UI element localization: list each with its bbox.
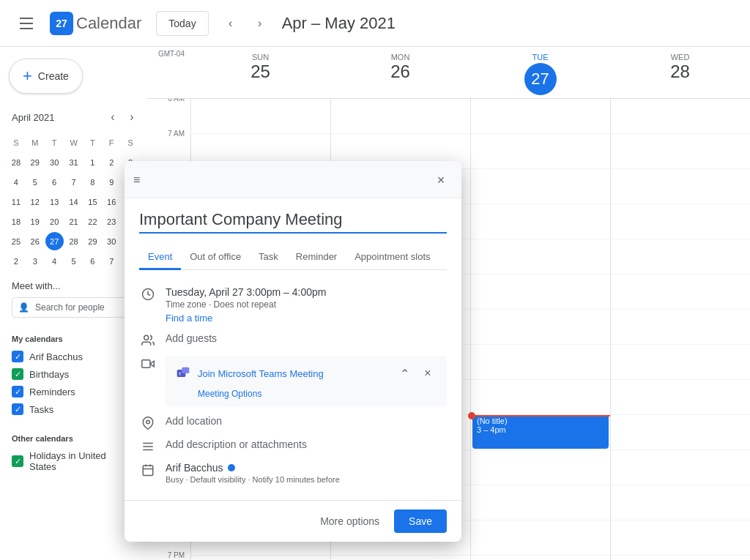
- mini-cal-day[interactable]: 3: [26, 252, 44, 270]
- mini-cal-day[interactable]: 29: [26, 153, 44, 171]
- mini-cal-day[interactable]: 28: [65, 232, 83, 250]
- day-name-mon: MON: [330, 53, 470, 61]
- mini-cal-day[interactable]: 19: [26, 212, 44, 231]
- calendar-checkbox-holidays[interactable]: ✓: [12, 455, 23, 467]
- mini-cal-day[interactable]: 14: [65, 193, 83, 211]
- mini-cal-next[interactable]: ›: [123, 108, 141, 126]
- event-title-input[interactable]: [139, 210, 447, 234]
- description-content[interactable]: Add description or attachments: [166, 438, 447, 450]
- day-header-sun[interactable]: SUN 25: [190, 47, 330, 98]
- day-num-tue: 27: [524, 63, 557, 95]
- day-header-mon[interactable]: MON 26: [330, 47, 470, 98]
- mini-cal-day[interactable]: 22: [83, 212, 101, 231]
- add-description-text[interactable]: Add description or attachments: [166, 438, 307, 450]
- mini-cal-day[interactable]: 30: [103, 232, 120, 250]
- mini-cal-day[interactable]: 20: [45, 212, 64, 231]
- teams-actions: ⌃ ×: [394, 363, 438, 384]
- mini-cal-day[interactable]: 2: [103, 153, 120, 171]
- location-row: Add location: [139, 411, 447, 434]
- save-button[interactable]: Save: [394, 509, 447, 533]
- mini-cal-day-today[interactable]: 27: [45, 232, 64, 250]
- datetime-text[interactable]: Tuesday, April 27 3:00pm – 4:00pm: [166, 286, 447, 298]
- datetime-content: Tuesday, April 27 3:00pm – 4:00pm Time z…: [166, 286, 447, 324]
- mini-cal-day[interactable]: 16: [103, 193, 120, 211]
- tab-appointment-slots[interactable]: Appointment slots: [346, 245, 439, 270]
- owner-meta: Busy · Default visibility · Notify 10 mi…: [166, 475, 447, 484]
- event-time: 3 – 4pm: [477, 425, 604, 434]
- mini-cal-day[interactable]: 23: [103, 212, 120, 231]
- tab-out-of-office[interactable]: Out of office: [181, 245, 250, 270]
- find-time-link[interactable]: Find a time: [166, 313, 212, 324]
- mini-cal-day[interactable]: 2: [7, 252, 25, 270]
- mini-cal-day[interactable]: 5: [26, 173, 44, 191]
- hamburger-menu[interactable]: [12, 9, 41, 38]
- mini-cal-day[interactable]: 11: [7, 193, 25, 211]
- mini-cal-day[interactable]: 5: [65, 252, 83, 270]
- calendar-name-tasks: Tasks: [29, 404, 53, 415]
- mini-cal-day[interactable]: 4: [45, 252, 64, 270]
- modal-body: Event Out of office Task Reminder Appoin…: [125, 198, 461, 500]
- weekday-header-w: W: [65, 133, 83, 152]
- day-header-tue[interactable]: TUE 27: [470, 47, 610, 98]
- day-name-sun: SUN: [190, 53, 330, 61]
- mini-cal-day[interactable]: 4: [7, 173, 25, 191]
- calendar-icon: [139, 463, 157, 477]
- more-options-button[interactable]: More options: [311, 509, 388, 533]
- tab-event[interactable]: Event: [139, 245, 181, 270]
- today-button[interactable]: Today: [156, 11, 208, 36]
- create-button[interactable]: + Create: [9, 59, 83, 94]
- search-people-input[interactable]: 👤 Search for people: [12, 297, 135, 318]
- join-teams-link[interactable]: Join Microsoft Teams Meeting: [198, 368, 324, 379]
- day-header-wed[interactable]: WED 28: [610, 47, 750, 98]
- mini-cal-day[interactable]: 21: [65, 212, 83, 231]
- event-block[interactable]: (No title) 3 – 4pm: [472, 415, 609, 449]
- event-type-tabs: Event Out of office Task Reminder Appoin…: [139, 245, 447, 270]
- add-guests-input[interactable]: [166, 332, 447, 344]
- weekday-header-s: S: [7, 133, 25, 152]
- nav-prev-button[interactable]: ‹: [218, 10, 244, 37]
- my-calendars-title: My calendars: [12, 335, 63, 343]
- svg-marker-2: [150, 361, 154, 367]
- mini-cal-day[interactable]: 9: [103, 173, 120, 191]
- mini-cal-day[interactable]: 28: [7, 153, 25, 171]
- teams-collapse-button[interactable]: ⌃: [394, 363, 415, 384]
- teams-icon: T: [174, 365, 192, 382]
- mini-cal-day[interactable]: 7: [65, 173, 83, 191]
- mini-cal-day[interactable]: 8: [83, 173, 101, 191]
- mini-cal-day[interactable]: 1: [83, 153, 101, 171]
- day-col-wed[interactable]: [610, 99, 750, 560]
- tab-reminder[interactable]: Reminder: [287, 245, 346, 270]
- day-col-tue[interactable]: (No title) 3 – 4pm: [470, 99, 610, 560]
- weekday-header-m: M: [26, 133, 44, 152]
- mini-cal-day[interactable]: 25: [7, 232, 25, 250]
- nav-arrows: ‹ ›: [218, 10, 273, 37]
- clock-icon: [139, 288, 157, 301]
- mini-cal-day[interactable]: 13: [45, 193, 64, 211]
- mini-cal-prev[interactable]: ‹: [104, 108, 122, 126]
- owner-content: Arif Bacchus Busy · Default visibility ·…: [166, 462, 447, 484]
- teams-remove-button[interactable]: ×: [417, 363, 438, 384]
- mini-cal-day[interactable]: 26: [26, 232, 44, 250]
- calendar-checkbox-birthdays[interactable]: ✓: [12, 368, 23, 380]
- mini-cal-day[interactable]: 6: [45, 173, 64, 191]
- nav-next-button[interactable]: ›: [247, 10, 273, 37]
- mini-cal-header: April 2021 ‹ ›: [6, 105, 141, 132]
- mini-cal-day[interactable]: 15: [83, 193, 101, 211]
- modal-close-button[interactable]: ×: [429, 168, 453, 192]
- calendar-checkbox-reminders[interactable]: ✓: [12, 386, 23, 397]
- location-content[interactable]: Add location: [166, 415, 447, 427]
- tab-task[interactable]: Task: [250, 245, 287, 270]
- timezone-repeat-text: Time zone · Does not repeat: [166, 299, 447, 310]
- meeting-options-link[interactable]: Meeting Options: [198, 389, 261, 399]
- current-time-dot: [468, 412, 475, 419]
- calendar-checkbox-arif[interactable]: ✓: [12, 351, 23, 362]
- mini-cal-day[interactable]: 6: [83, 252, 101, 270]
- mini-cal-day[interactable]: 29: [83, 232, 101, 250]
- mini-cal-day[interactable]: 7: [103, 252, 120, 270]
- mini-cal-day[interactable]: 12: [26, 193, 44, 211]
- mini-cal-day[interactable]: 18: [7, 212, 25, 231]
- mini-cal-day[interactable]: 31: [65, 153, 83, 171]
- mini-cal-day[interactable]: 30: [45, 153, 64, 171]
- calendar-checkbox-tasks[interactable]: ✓: [12, 403, 23, 415]
- add-location-text[interactable]: Add location: [166, 415, 222, 427]
